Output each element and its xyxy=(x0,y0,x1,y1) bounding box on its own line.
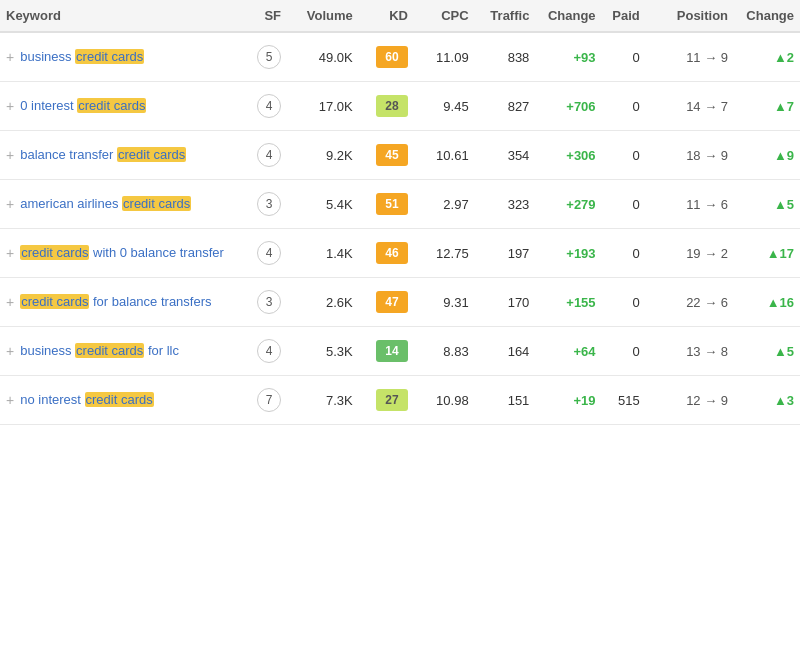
keyword-cell[interactable]: + no interest credit cards xyxy=(0,376,243,425)
keyword-highlight: credit cards xyxy=(117,147,186,162)
kd-cell: 27 xyxy=(359,376,414,425)
keyword-cell[interactable]: + credit cards for balance transfers xyxy=(0,278,243,327)
keyword-highlight: credit cards xyxy=(75,343,144,358)
traffic-cell: 197 xyxy=(475,229,536,278)
cpc-cell: 8.83 xyxy=(414,327,475,376)
keyword-link[interactable]: no interest credit cards xyxy=(20,391,154,409)
keyword-cell[interactable]: + balance transfer credit cards xyxy=(0,131,243,180)
kd-cell: 14 xyxy=(359,327,414,376)
keyword-link[interactable]: business credit cards for llc xyxy=(20,342,179,360)
cpc-cell: 9.45 xyxy=(414,82,475,131)
kd-cell: 46 xyxy=(359,229,414,278)
traffic-cell: 827 xyxy=(475,82,536,131)
cpc-cell: 11.09 xyxy=(414,32,475,82)
kd-badge: 27 xyxy=(376,389,408,411)
position-cell: 19 → 2 xyxy=(646,229,734,278)
sf-value: 4 xyxy=(257,143,281,167)
col-pos-change: Change xyxy=(734,0,800,32)
kd-badge: 51 xyxy=(376,193,408,215)
table-row: + business credit cards for llc 4 5.3K 1… xyxy=(0,327,800,376)
change-cell: +193 xyxy=(535,229,601,278)
cpc-cell: 12.75 xyxy=(414,229,475,278)
sf-cell: 4 xyxy=(243,131,287,180)
pos-change-cell: ▲5 xyxy=(734,180,800,229)
keyword-link[interactable]: balance transfer credit cards xyxy=(20,146,186,164)
expand-icon[interactable]: + xyxy=(6,245,14,261)
position-cell: 14 → 7 xyxy=(646,82,734,131)
cpc-cell: 10.61 xyxy=(414,131,475,180)
keyword-link[interactable]: credit cards for balance transfers xyxy=(20,293,211,311)
keyword-text-part: 0 interest xyxy=(20,98,77,113)
traffic-cell: 164 xyxy=(475,327,536,376)
keyword-highlight: credit cards xyxy=(75,49,144,64)
cpc-cell: 9.31 xyxy=(414,278,475,327)
keyword-text-part: no interest xyxy=(20,392,84,407)
paid-cell: 0 xyxy=(602,82,646,131)
expand-icon[interactable]: + xyxy=(6,343,14,359)
traffic-cell: 170 xyxy=(475,278,536,327)
change-cell: +19 xyxy=(535,376,601,425)
keyword-text-part: for balance transfers xyxy=(89,294,211,309)
volume-cell: 7.3K xyxy=(287,376,359,425)
change-cell: +93 xyxy=(535,32,601,82)
sf-value: 5 xyxy=(257,45,281,69)
traffic-cell: 354 xyxy=(475,131,536,180)
keyword-text-part: for llc xyxy=(144,343,179,358)
table-row: + no interest credit cards 7 7.3K 27 10.… xyxy=(0,376,800,425)
pos-change-cell: ▲5 xyxy=(734,327,800,376)
cpc-cell: 10.98 xyxy=(414,376,475,425)
change-cell: +279 xyxy=(535,180,601,229)
sf-cell: 4 xyxy=(243,327,287,376)
position-cell: 22 → 6 xyxy=(646,278,734,327)
kd-cell: 51 xyxy=(359,180,414,229)
traffic-cell: 838 xyxy=(475,32,536,82)
expand-icon[interactable]: + xyxy=(6,392,14,408)
position-cell: 11 → 6 xyxy=(646,180,734,229)
table-row: + credit cards with 0 balance transfer 4… xyxy=(0,229,800,278)
keyword-cell[interactable]: + business credit cards xyxy=(0,32,243,82)
expand-icon[interactable]: + xyxy=(6,147,14,163)
volume-cell: 17.0K xyxy=(287,82,359,131)
keyword-link[interactable]: business credit cards xyxy=(20,48,144,66)
sf-value: 3 xyxy=(257,192,281,216)
paid-cell: 0 xyxy=(602,131,646,180)
keyword-highlight: credit cards xyxy=(20,245,89,260)
table-row: + balance transfer credit cards 4 9.2K 4… xyxy=(0,131,800,180)
col-change: Change xyxy=(535,0,601,32)
keyword-link[interactable]: american airlines credit cards xyxy=(20,195,191,213)
keyword-cell[interactable]: + credit cards with 0 balance transfer xyxy=(0,229,243,278)
sf-cell: 3 xyxy=(243,180,287,229)
expand-icon[interactable]: + xyxy=(6,196,14,212)
keyword-cell[interactable]: + 0 interest credit cards xyxy=(0,82,243,131)
paid-cell: 0 xyxy=(602,180,646,229)
expand-icon[interactable]: + xyxy=(6,294,14,310)
paid-cell: 515 xyxy=(602,376,646,425)
expand-icon[interactable]: + xyxy=(6,98,14,114)
col-traffic: Traffic xyxy=(475,0,536,32)
keyword-link[interactable]: credit cards with 0 balance transfer xyxy=(20,244,224,262)
volume-cell: 2.6K xyxy=(287,278,359,327)
keyword-highlight: credit cards xyxy=(20,294,89,309)
expand-icon[interactable]: + xyxy=(6,49,14,65)
paid-cell: 0 xyxy=(602,278,646,327)
keyword-highlight: credit cards xyxy=(122,196,191,211)
table-row: + american airlines credit cards 3 5.4K … xyxy=(0,180,800,229)
keyword-text-part: business xyxy=(20,49,75,64)
position-cell: 18 → 9 xyxy=(646,131,734,180)
keyword-cell[interactable]: + business credit cards for llc xyxy=(0,327,243,376)
traffic-cell: 151 xyxy=(475,376,536,425)
kd-badge: 46 xyxy=(376,242,408,264)
sf-cell: 5 xyxy=(243,32,287,82)
keyword-link[interactable]: 0 interest credit cards xyxy=(20,97,146,115)
volume-cell: 1.4K xyxy=(287,229,359,278)
keyword-highlight: credit cards xyxy=(77,98,146,113)
keyword-cell[interactable]: + american airlines credit cards xyxy=(0,180,243,229)
volume-cell: 5.4K xyxy=(287,180,359,229)
pos-change-cell: ▲3 xyxy=(734,376,800,425)
pos-change-cell: ▲9 xyxy=(734,131,800,180)
table-row: + 0 interest credit cards 4 17.0K 28 9.4… xyxy=(0,82,800,131)
sf-value: 4 xyxy=(257,241,281,265)
col-position: Position xyxy=(646,0,734,32)
position-cell: 13 → 8 xyxy=(646,327,734,376)
col-sf: SF xyxy=(243,0,287,32)
